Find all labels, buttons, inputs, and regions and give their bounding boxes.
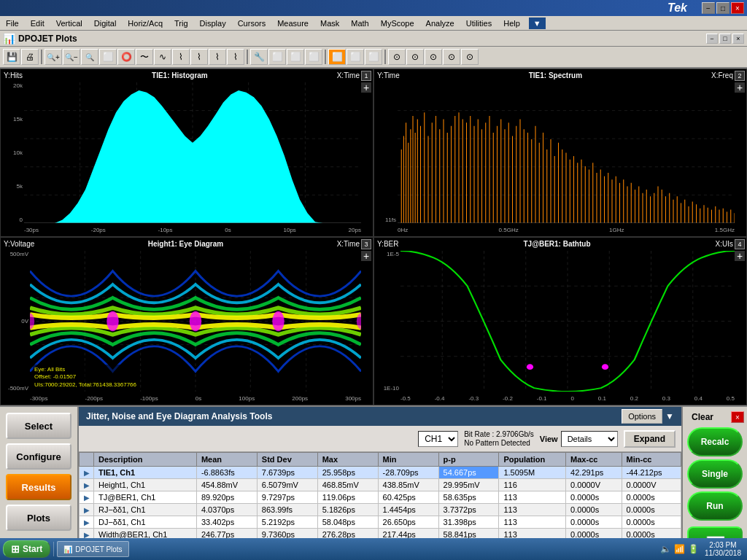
expand-button[interactable]: Expand [624,430,676,448]
menu-help[interactable]: Help [498,18,526,29]
menu-measure[interactable]: Measure [271,18,314,29]
menu-myscope[interactable]: MyScope [375,18,420,29]
bathtub-plus[interactable]: + [735,251,745,261]
tb-zoom-out[interactable]: 🔍− [63,49,80,65]
tb-wave3[interactable]: ⌇ [172,49,190,65]
app-maximize[interactable]: □ [719,34,731,44]
col-description[interactable]: Description [94,453,197,467]
eye-title: Height1: Eye Diagram [148,240,223,248]
tb-wave1[interactable]: 〜 [136,49,153,65]
eye-ylabel: Y:Voltage [1,240,34,248]
menu-vertical[interactable]: Vertical [50,18,88,29]
menu-utilities[interactable]: Utilities [460,18,498,29]
tb-wave6[interactable]: ⌇ [227,49,244,65]
single-button[interactable]: Single [687,459,743,489]
col-mean[interactable]: Mean [196,453,257,467]
menu-trig[interactable]: Trig [169,18,194,29]
configure-button[interactable]: Configure [6,443,71,470]
menu-math[interactable]: Math [345,18,374,29]
app-minimize[interactable]: − [706,34,718,44]
col-stddev[interactable]: Std Dev [257,453,317,467]
stddev-cell: 5.2192ps [257,516,317,529]
menu-edit[interactable]: Edit [25,18,50,29]
maximize-btn[interactable]: □ [716,2,729,14]
menu-analyze[interactable]: Analyze [420,18,460,29]
plot-bathtub-header: Y:BER TJ@BER1: Bathtub X:UIs [374,238,746,249]
eye-plus[interactable]: + [361,251,371,261]
tb-clock3[interactable]: ⊙ [425,49,442,65]
expand-cell[interactable]: ▶ [80,467,94,479]
expand-cell[interactable]: ▶ [80,516,94,529]
tb-clock5[interactable]: ⊙ [461,49,479,65]
expand-cell[interactable]: ▶ [80,491,94,504]
min-cell: 1.4454ps [378,504,438,516]
population-cell: 113 [499,504,566,516]
tb-save[interactable]: 💾 [3,49,20,65]
start-button[interactable]: ⊞ Start [3,540,50,558]
tek-logo: Tek [667,1,687,15]
expand-cell[interactable]: ▶ [80,504,94,516]
expand-cell[interactable]: ▶ [80,479,94,491]
view-select[interactable]: Details Summary DetailsSummary [561,431,618,447]
histogram-plus[interactable]: + [361,82,371,93]
tb-clock4[interactable]: ⊙ [443,49,460,65]
minimize-btn[interactable]: − [702,2,715,14]
pp-cell: 58.635ps [438,491,499,504]
col-max[interactable]: Max [317,453,378,467]
tb-select-circle[interactable]: ⭕ [117,49,135,65]
histogram-svg [24,82,361,223]
taskbar-item-dpojet[interactable]: 📊 DPOJET Plots [57,541,128,557]
taskbar-divider [53,542,54,556]
channel-select[interactable]: CH1 [418,431,458,447]
close-btn[interactable]: × [731,2,744,14]
menu-dropdown-arrow[interactable]: ▼ [529,18,546,29]
tb-wave2[interactable]: ∿ [154,49,171,65]
mincc-cell: -44.212ps [622,467,681,479]
col-mincc[interactable]: Min-cc [622,453,681,467]
plots-button[interactable]: Plots [6,505,71,531]
spec-x0: 0Hz [398,227,408,233]
close-panel-button[interactable]: × [731,411,744,423]
tb-zoom-fit[interactable]: 🔍 [81,49,98,65]
eye-x5: 200ps [292,395,308,402]
select-button[interactable]: Select [6,413,71,439]
spectrum-title: TIE1: Spectrum [529,71,582,79]
menu-cursors[interactable]: Cursors [232,18,272,29]
tb-wave5[interactable]: ⌇ [209,49,226,65]
menu-digital[interactable]: Digital [88,18,123,29]
col-min[interactable]: Min [378,453,438,467]
eye-x4: 100ps [239,395,255,402]
options-dropdown-arrow[interactable]: ▼ [665,411,674,421]
tb-tool1[interactable]: 🔧 [250,49,268,65]
tb-clock1[interactable]: ⊙ [388,49,406,65]
tb-tool3[interactable]: ⬜ [287,49,304,65]
col-population[interactable]: Population [499,453,566,467]
menu-horiz[interactable]: Horiz/Acq [122,18,169,29]
menu-display[interactable]: Display [194,18,232,29]
tb-wave4[interactable]: ⌇ [190,49,208,65]
tb-tool4[interactable]: ⬜ [305,49,322,65]
eye-x1: -200ps [85,395,103,402]
bathtub-ylabel: Y:BER [374,240,398,248]
menu-mask[interactable]: Mask [314,18,345,29]
options-button[interactable]: Options [622,409,662,424]
menu-file[interactable]: File [0,18,25,29]
plot-spectrum-header: Y:Time TIE1: Spectrum X:Freq [374,69,746,81]
spectrum-plus[interactable]: + [735,82,745,93]
app-close[interactable]: × [732,34,744,44]
plot-eye-header: Y:Voltage Height1: Eye Diagram X:Time [1,238,373,249]
recalc-button[interactable]: Recalc [687,427,743,456]
tb-select-rect[interactable]: ⬜ [99,49,117,65]
col-maxcc[interactable]: Max-cc [566,453,622,467]
col-expand [80,453,94,467]
tb-grid3[interactable]: ⬜ [365,49,382,65]
tb-print[interactable]: 🖨 [21,49,39,65]
tb-zoom-in[interactable]: 🔍+ [44,49,62,65]
tb-grid1[interactable]: ⬜ [328,49,346,65]
tb-tool2[interactable]: ⬜ [268,49,286,65]
tb-clock2[interactable]: ⊙ [406,49,424,65]
col-pp[interactable]: p-p [438,453,499,467]
run-button[interactable]: Run [687,491,743,521]
results-button[interactable]: Results [6,474,71,500]
tb-grid2[interactable]: ⬜ [347,49,364,65]
